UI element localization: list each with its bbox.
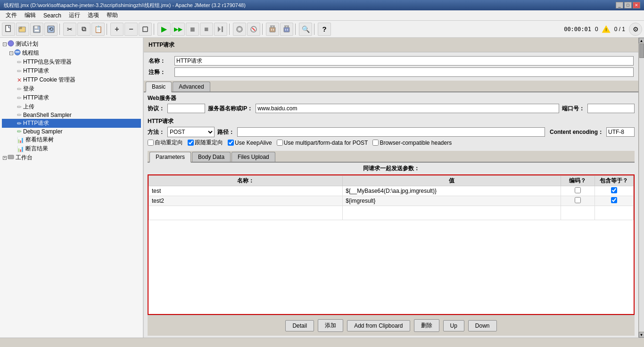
tree-item-workbench[interactable]: + 工作台 bbox=[2, 153, 141, 162]
row1-encode-checkbox[interactable] bbox=[575, 187, 581, 193]
scroll-up-button[interactable]: ▲ bbox=[639, 38, 644, 43]
row1-encode[interactable] bbox=[561, 186, 594, 196]
follow-redirect-label[interactable]: 跟随重定向 bbox=[188, 139, 223, 147]
browser-headers-label[interactable]: Browser-compatible headers bbox=[372, 140, 452, 146]
comment-input[interactable] bbox=[174, 67, 634, 77]
down-button[interactable]: Down bbox=[468, 320, 497, 331]
menu-run[interactable]: 运行 bbox=[65, 10, 84, 20]
menu-options[interactable]: 选项 bbox=[84, 10, 103, 20]
row1-include-checkbox[interactable] bbox=[611, 187, 617, 193]
tab-body-data[interactable]: Body Data bbox=[192, 152, 231, 162]
tree-item-http-request-active[interactable]: ✏ HTTP请求 bbox=[2, 119, 141, 128]
auto-redirect-checkbox[interactable] bbox=[148, 140, 154, 146]
settings-button[interactable]: ⚙ bbox=[629, 23, 642, 36]
path-input[interactable] bbox=[237, 127, 545, 137]
new-button[interactable] bbox=[2, 23, 15, 36]
detail-button[interactable]: Detail bbox=[285, 320, 314, 331]
vertical-scrollbar[interactable]: ▲ ▼ bbox=[638, 38, 644, 338]
expand-tree-button[interactable] bbox=[139, 23, 152, 36]
menu-help[interactable]: 帮助 bbox=[103, 10, 122, 20]
auto-redirect-label[interactable]: 自动重定向 bbox=[148, 139, 183, 147]
stop-now-button[interactable]: ⏹ bbox=[200, 23, 213, 36]
add-clipboard-button[interactable]: Add from Clipboard bbox=[347, 320, 410, 331]
clear-button[interactable] bbox=[266, 23, 279, 36]
run-button[interactable]: ▶ bbox=[157, 23, 171, 36]
multipart-checkbox[interactable] bbox=[277, 140, 283, 146]
tree-item-http-header[interactable]: ✏ HTTP信息头管理器 bbox=[2, 58, 141, 66]
tab-files-upload[interactable]: Files Upload bbox=[231, 152, 275, 162]
save-button[interactable] bbox=[30, 23, 43, 36]
run-all-button[interactable]: ▶▶ bbox=[172, 23, 185, 36]
paste-button[interactable]: 📋 bbox=[91, 23, 105, 36]
scroll-thumb[interactable] bbox=[639, 44, 644, 58]
tree-item-login[interactable]: ✏ 登录 bbox=[2, 84, 141, 93]
tree-item-http-request-1[interactable]: ✏ HTTP请求 bbox=[2, 66, 141, 75]
keep-alive-label[interactable]: Use KeepAlive bbox=[228, 140, 272, 146]
method-path-row: 方法： POST GET PUT DELETE 路径： Content enco… bbox=[148, 127, 635, 137]
encoding-input[interactable] bbox=[606, 127, 635, 137]
tree-item-thread-group[interactable]: − 线程组 bbox=[2, 49, 141, 58]
expander-thread-group[interactable]: − bbox=[9, 51, 13, 55]
remote-run-button[interactable] bbox=[233, 23, 246, 36]
collapse-button[interactable]: − bbox=[124, 23, 138, 36]
menu-edit[interactable]: 编辑 bbox=[21, 10, 40, 20]
menu-search[interactable]: Search bbox=[40, 11, 65, 20]
tab-advanced[interactable]: Advanced bbox=[173, 82, 210, 91]
row1-include[interactable] bbox=[594, 186, 633, 196]
icon-test-plan bbox=[8, 40, 14, 48]
browser-headers-checkbox[interactable] bbox=[372, 140, 379, 146]
server-input[interactable] bbox=[256, 104, 559, 113]
window-controls[interactable]: _ □ ✕ bbox=[616, 2, 640, 8]
expander-test-plan[interactable]: − bbox=[3, 42, 7, 46]
copy-button[interactable]: ⧉ bbox=[77, 23, 91, 36]
tree-item-beanshell[interactable]: ✏ BeanShell Sampler bbox=[2, 111, 141, 119]
clear-all-button[interactable] bbox=[280, 23, 293, 36]
revert-button[interactable]: ⟲ bbox=[44, 23, 58, 36]
label-http-request-2: HTTP请求 bbox=[23, 94, 49, 102]
stop-button[interactable]: ⏹ bbox=[186, 23, 199, 36]
expander-workbench[interactable]: + bbox=[3, 156, 7, 160]
row2-include[interactable] bbox=[594, 196, 633, 206]
tree-item-upload[interactable]: ✏ 上传 bbox=[2, 102, 141, 111]
row2-encode[interactable] bbox=[561, 196, 594, 206]
follow-redirect-checkbox[interactable] bbox=[188, 140, 194, 146]
scroll-down-button[interactable]: ▼ bbox=[639, 332, 644, 338]
col-include: 包含等于？ bbox=[594, 176, 633, 186]
search-toolbar-button[interactable]: 🔍 bbox=[299, 23, 312, 36]
tab-parameters[interactable]: Parameters bbox=[149, 152, 191, 163]
expand-button[interactable]: + bbox=[110, 23, 124, 36]
keep-alive-checkbox[interactable] bbox=[228, 140, 234, 146]
row2-include-checkbox[interactable] bbox=[611, 197, 617, 203]
tree-panel: − 测试计划 − 线程组 ✏ HTTP信息头管理器 ✏ HTTP请求 ✕ HTT bbox=[0, 38, 144, 338]
tree-item-http-cookie[interactable]: ✕ HTTP Cookie 管理器 bbox=[2, 75, 141, 84]
menu-file[interactable]: 文件 bbox=[2, 10, 21, 20]
bottom-buttons: Detail 添加 Add from Clipboard 删除 Up Down bbox=[148, 315, 635, 336]
row2-encode-checkbox[interactable] bbox=[575, 197, 581, 203]
title-bar: 线程组.jmx (D:\work\soft\apache-jmeter-3.2\… bbox=[0, 0, 644, 10]
scroll-track[interactable] bbox=[639, 44, 644, 331]
delete-button[interactable]: 删除 bbox=[414, 319, 439, 332]
cut-button[interactable]: ✂ bbox=[63, 23, 76, 36]
label-debug-sampler: Debug Sampler bbox=[23, 128, 62, 135]
minimize-button[interactable]: _ bbox=[616, 2, 623, 8]
add-button[interactable]: 添加 bbox=[318, 319, 343, 332]
name-input[interactable] bbox=[174, 56, 634, 66]
maximize-button[interactable]: □ bbox=[624, 2, 632, 8]
toggle-button[interactable] bbox=[214, 23, 227, 36]
protocol-input[interactable] bbox=[167, 104, 205, 113]
open-button[interactable] bbox=[16, 23, 29, 36]
up-button[interactable]: Up bbox=[443, 320, 464, 331]
tab-basic[interactable]: Basic bbox=[146, 82, 172, 92]
tree-item-http-request-2[interactable]: ✏ HTTP请求 bbox=[2, 93, 141, 102]
port-input[interactable] bbox=[587, 104, 635, 113]
tree-item-view-results[interactable]: 📊 察看结果树 bbox=[2, 135, 141, 144]
tree-item-test-plan[interactable]: − 测试计划 bbox=[2, 40, 141, 49]
method-select[interactable]: POST GET PUT DELETE bbox=[167, 127, 215, 137]
comment-row: 注释： bbox=[149, 67, 634, 77]
tree-item-debug-sampler[interactable]: ✏ Debug Sampler bbox=[2, 128, 141, 135]
remote-stop-button[interactable] bbox=[247, 23, 260, 36]
help-button[interactable]: ? bbox=[318, 23, 331, 36]
multipart-label[interactable]: Use multipart/form-data for POST bbox=[277, 140, 368, 146]
tree-item-assertion[interactable]: 📊 断言结果 bbox=[2, 144, 141, 153]
close-button[interactable]: ✕ bbox=[633, 2, 640, 8]
